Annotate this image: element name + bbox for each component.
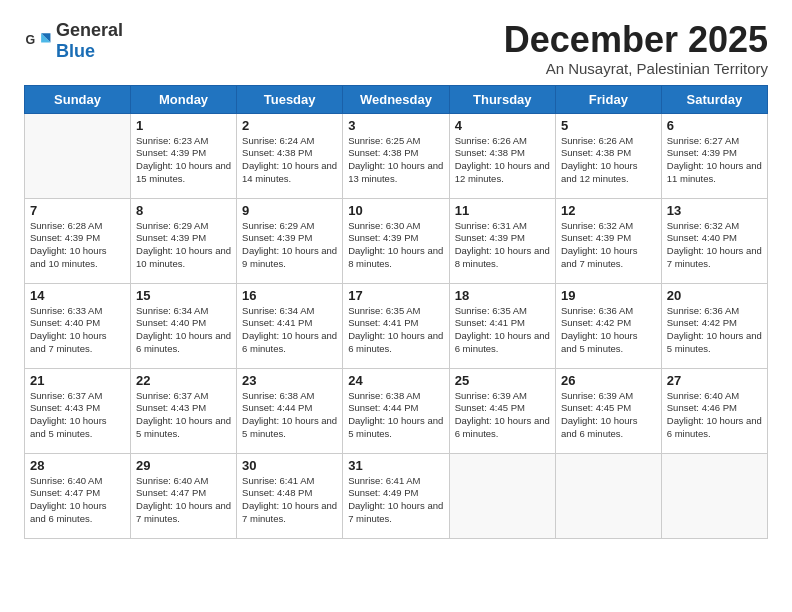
day-info: Sunrise: 6:32 AM Sunset: 4:39 PM Dayligh… <box>561 220 656 271</box>
calendar-cell <box>449 453 555 538</box>
day-info: Sunrise: 6:31 AM Sunset: 4:39 PM Dayligh… <box>455 220 550 271</box>
day-number: 7 <box>30 203 125 218</box>
day-info: Sunrise: 6:29 AM Sunset: 4:39 PM Dayligh… <box>136 220 231 271</box>
day-number: 16 <box>242 288 337 303</box>
day-number: 15 <box>136 288 231 303</box>
day-info: Sunrise: 6:37 AM Sunset: 4:43 PM Dayligh… <box>30 390 125 441</box>
week-row-1: 1Sunrise: 6:23 AM Sunset: 4:39 PM Daylig… <box>25 113 768 198</box>
day-number: 1 <box>136 118 231 133</box>
header-wednesday: Wednesday <box>343 85 450 113</box>
calendar-cell: 20Sunrise: 6:36 AM Sunset: 4:42 PM Dayli… <box>661 283 767 368</box>
calendar-cell: 5Sunrise: 6:26 AM Sunset: 4:38 PM Daylig… <box>555 113 661 198</box>
day-number: 30 <box>242 458 337 473</box>
day-info: Sunrise: 6:26 AM Sunset: 4:38 PM Dayligh… <box>455 135 550 186</box>
calendar-cell <box>555 453 661 538</box>
calendar-cell: 30Sunrise: 6:41 AM Sunset: 4:48 PM Dayli… <box>237 453 343 538</box>
calendar-cell: 2Sunrise: 6:24 AM Sunset: 4:38 PM Daylig… <box>237 113 343 198</box>
day-number: 17 <box>348 288 444 303</box>
day-number: 23 <box>242 373 337 388</box>
day-info: Sunrise: 6:38 AM Sunset: 4:44 PM Dayligh… <box>242 390 337 441</box>
calendar-cell: 9Sunrise: 6:29 AM Sunset: 4:39 PM Daylig… <box>237 198 343 283</box>
calendar-cell: 19Sunrise: 6:36 AM Sunset: 4:42 PM Dayli… <box>555 283 661 368</box>
calendar-cell: 24Sunrise: 6:38 AM Sunset: 4:44 PM Dayli… <box>343 368 450 453</box>
calendar-cell: 18Sunrise: 6:35 AM Sunset: 4:41 PM Dayli… <box>449 283 555 368</box>
calendar-cell: 25Sunrise: 6:39 AM Sunset: 4:45 PM Dayli… <box>449 368 555 453</box>
header-friday: Friday <box>555 85 661 113</box>
day-info: Sunrise: 6:30 AM Sunset: 4:39 PM Dayligh… <box>348 220 444 271</box>
day-number: 12 <box>561 203 656 218</box>
calendar-cell: 21Sunrise: 6:37 AM Sunset: 4:43 PM Dayli… <box>25 368 131 453</box>
header-tuesday: Tuesday <box>237 85 343 113</box>
header-sunday: Sunday <box>25 85 131 113</box>
day-info: Sunrise: 6:24 AM Sunset: 4:38 PM Dayligh… <box>242 135 337 186</box>
day-info: Sunrise: 6:36 AM Sunset: 4:42 PM Dayligh… <box>667 305 762 356</box>
calendar-cell: 12Sunrise: 6:32 AM Sunset: 4:39 PM Dayli… <box>555 198 661 283</box>
day-number: 21 <box>30 373 125 388</box>
month-title: December 2025 <box>504 20 768 60</box>
day-info: Sunrise: 6:34 AM Sunset: 4:41 PM Dayligh… <box>242 305 337 356</box>
logo-general: General <box>56 20 123 40</box>
header-saturday: Saturday <box>661 85 767 113</box>
day-number: 19 <box>561 288 656 303</box>
day-info: Sunrise: 6:41 AM Sunset: 4:48 PM Dayligh… <box>242 475 337 526</box>
day-number: 25 <box>455 373 550 388</box>
day-info: Sunrise: 6:41 AM Sunset: 4:49 PM Dayligh… <box>348 475 444 526</box>
day-info: Sunrise: 6:35 AM Sunset: 4:41 PM Dayligh… <box>348 305 444 356</box>
logo-blue: Blue <box>56 41 95 61</box>
calendar-cell: 29Sunrise: 6:40 AM Sunset: 4:47 PM Dayli… <box>131 453 237 538</box>
calendar-cell: 11Sunrise: 6:31 AM Sunset: 4:39 PM Dayli… <box>449 198 555 283</box>
calendar-cell: 27Sunrise: 6:40 AM Sunset: 4:46 PM Dayli… <box>661 368 767 453</box>
day-info: Sunrise: 6:39 AM Sunset: 4:45 PM Dayligh… <box>455 390 550 441</box>
calendar-cell: 16Sunrise: 6:34 AM Sunset: 4:41 PM Dayli… <box>237 283 343 368</box>
day-number: 31 <box>348 458 444 473</box>
week-row-5: 28Sunrise: 6:40 AM Sunset: 4:47 PM Dayli… <box>25 453 768 538</box>
day-info: Sunrise: 6:33 AM Sunset: 4:40 PM Dayligh… <box>30 305 125 356</box>
day-info: Sunrise: 6:27 AM Sunset: 4:39 PM Dayligh… <box>667 135 762 186</box>
day-info: Sunrise: 6:39 AM Sunset: 4:45 PM Dayligh… <box>561 390 656 441</box>
day-info: Sunrise: 6:28 AM Sunset: 4:39 PM Dayligh… <box>30 220 125 271</box>
calendar-cell: 8Sunrise: 6:29 AM Sunset: 4:39 PM Daylig… <box>131 198 237 283</box>
day-number: 20 <box>667 288 762 303</box>
day-number: 8 <box>136 203 231 218</box>
calendar-cell: 10Sunrise: 6:30 AM Sunset: 4:39 PM Dayli… <box>343 198 450 283</box>
calendar-cell: 23Sunrise: 6:38 AM Sunset: 4:44 PM Dayli… <box>237 368 343 453</box>
day-info: Sunrise: 6:32 AM Sunset: 4:40 PM Dayligh… <box>667 220 762 271</box>
calendar-cell: 31Sunrise: 6:41 AM Sunset: 4:49 PM Dayli… <box>343 453 450 538</box>
day-number: 29 <box>136 458 231 473</box>
day-info: Sunrise: 6:37 AM Sunset: 4:43 PM Dayligh… <box>136 390 231 441</box>
day-info: Sunrise: 6:29 AM Sunset: 4:39 PM Dayligh… <box>242 220 337 271</box>
calendar-cell: 14Sunrise: 6:33 AM Sunset: 4:40 PM Dayli… <box>25 283 131 368</box>
calendar-cell: 15Sunrise: 6:34 AM Sunset: 4:40 PM Dayli… <box>131 283 237 368</box>
day-info: Sunrise: 6:40 AM Sunset: 4:47 PM Dayligh… <box>30 475 125 526</box>
day-number: 10 <box>348 203 444 218</box>
calendar-cell: 28Sunrise: 6:40 AM Sunset: 4:47 PM Dayli… <box>25 453 131 538</box>
day-number: 6 <box>667 118 762 133</box>
day-number: 5 <box>561 118 656 133</box>
header-thursday: Thursday <box>449 85 555 113</box>
calendar-cell: 17Sunrise: 6:35 AM Sunset: 4:41 PM Dayli… <box>343 283 450 368</box>
calendar-cell: 13Sunrise: 6:32 AM Sunset: 4:40 PM Dayli… <box>661 198 767 283</box>
week-row-4: 21Sunrise: 6:37 AM Sunset: 4:43 PM Dayli… <box>25 368 768 453</box>
day-info: Sunrise: 6:26 AM Sunset: 4:38 PM Dayligh… <box>561 135 656 186</box>
calendar-cell: 3Sunrise: 6:25 AM Sunset: 4:38 PM Daylig… <box>343 113 450 198</box>
day-number: 24 <box>348 373 444 388</box>
day-number: 9 <box>242 203 337 218</box>
header-monday: Monday <box>131 85 237 113</box>
header: G General Blue December 2025 An Nusayrat… <box>24 20 768 77</box>
day-info: Sunrise: 6:38 AM Sunset: 4:44 PM Dayligh… <box>348 390 444 441</box>
logo: G General Blue <box>24 20 123 62</box>
calendar-cell: 26Sunrise: 6:39 AM Sunset: 4:45 PM Dayli… <box>555 368 661 453</box>
day-info: Sunrise: 6:40 AM Sunset: 4:47 PM Dayligh… <box>136 475 231 526</box>
day-number: 11 <box>455 203 550 218</box>
day-number: 4 <box>455 118 550 133</box>
day-info: Sunrise: 6:34 AM Sunset: 4:40 PM Dayligh… <box>136 305 231 356</box>
day-number: 2 <box>242 118 337 133</box>
calendar-cell <box>661 453 767 538</box>
calendar: SundayMondayTuesdayWednesdayThursdayFrid… <box>24 85 768 539</box>
calendar-cell <box>25 113 131 198</box>
location-title: An Nusayrat, Palestinian Territory <box>504 60 768 77</box>
day-number: 3 <box>348 118 444 133</box>
day-number: 28 <box>30 458 125 473</box>
svg-text:G: G <box>26 33 36 47</box>
logo-icon: G <box>24 27 52 55</box>
